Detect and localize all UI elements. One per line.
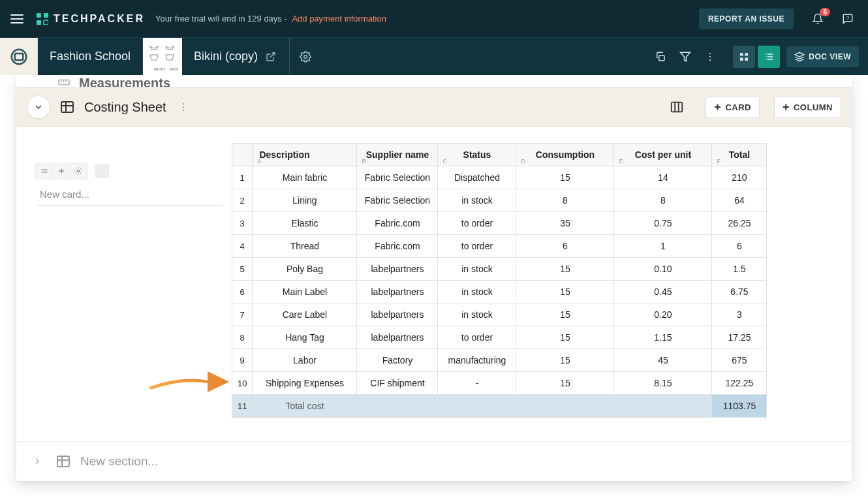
cell-consumption[interactable]: 6 (516, 235, 614, 258)
notifications-icon[interactable]: 6 (811, 12, 825, 26)
help-icon[interactable]: ? (841, 12, 855, 26)
list-view-icon[interactable] (758, 46, 780, 68)
col-cpu[interactable]: Cost per unitE (614, 144, 712, 166)
cell-status[interactable]: to order (438, 326, 516, 349)
cell-consumption[interactable]: 15 (516, 349, 614, 372)
cell-description[interactable]: Labor (253, 349, 357, 372)
cell-supplier[interactable]: labelpartners (357, 258, 438, 281)
table-row[interactable]: 7Care Labellabelpartnersin stock150.203 (232, 303, 767, 326)
table-row[interactable]: 9LaborFactorymanufacturing1545675 (232, 349, 767, 372)
cell-supplier[interactable]: Fabric Selection (357, 166, 438, 189)
cell-total[interactable]: 6.75 (712, 281, 767, 303)
collapse-button[interactable] (27, 95, 50, 119)
cell-consumption[interactable]: 35 (516, 212, 614, 235)
style-thumbnail[interactable]: FRONT BACK (143, 38, 182, 76)
col-consumption[interactable]: ConsumptionD (516, 144, 614, 166)
col-total[interactable]: TotalF (712, 144, 767, 166)
table-row[interactable]: 10Shipping ExpensesCIF shipment-158.1512… (232, 372, 767, 395)
cell-total[interactable]: 1.5 (712, 258, 767, 281)
add-row-icon[interactable] (54, 164, 69, 178)
cell-status[interactable]: in stock (438, 303, 516, 326)
card-color-chip[interactable] (95, 164, 109, 178)
cell-consumption[interactable]: 15 (516, 258, 614, 281)
table-row[interactable]: 5Poly Baglabelpartnersin stock150.101.5 (232, 258, 767, 281)
cell-supplier[interactable]: labelpartners (357, 303, 438, 326)
col-status[interactable]: StatusC (438, 144, 516, 166)
cell-consumption[interactable]: 15 (516, 372, 614, 395)
cell-status[interactable]: in stock (438, 258, 516, 281)
cell-status[interactable]: in stock (438, 281, 516, 303)
menu-icon[interactable] (8, 10, 26, 28)
cell-cpu[interactable]: 14 (614, 166, 712, 189)
cell-description[interactable]: Main fabric (253, 166, 357, 189)
table-row[interactable]: 3ElasticFabric.comto order350.7526.25 (232, 212, 767, 235)
workspace-icon-tile[interactable] (0, 38, 38, 75)
cell-status[interactable]: to order (438, 235, 516, 258)
new-card-input[interactable]: New card... (37, 183, 223, 206)
breadcrumb-workspace[interactable]: Fashion School (38, 38, 143, 75)
cell-cpu[interactable]: 0.10 (614, 258, 712, 281)
columns-icon[interactable] (668, 98, 686, 116)
cell-supplier[interactable]: Fabric.com (357, 212, 438, 235)
costing-table[interactable]: DescriptionA Supplier nameB StatusC Cons… (232, 143, 767, 418)
cell-supplier[interactable]: CIF shipment (357, 372, 438, 395)
cell-total[interactable]: 675 (712, 349, 767, 372)
drag-handle-icon[interactable] (37, 164, 52, 178)
cell-cpu[interactable]: 8 (614, 189, 712, 212)
cell-consumption[interactable]: 15 (516, 303, 614, 326)
cell-total[interactable]: 17.25 (712, 326, 767, 349)
table-row[interactable]: 2LiningFabric Selectionin stock8864 (232, 189, 767, 212)
col-supplier[interactable]: Supplier nameB (357, 144, 438, 166)
cell-total[interactable]: 64 (712, 189, 767, 212)
section-menu-icon[interactable] (176, 99, 191, 115)
cell-supplier[interactable]: Fabric Selection (357, 189, 438, 212)
table-row[interactable]: 6Main Labellabelpartnersin stock150.456.… (232, 281, 767, 303)
cell-total[interactable]: 26.25 (712, 212, 767, 235)
cell-cpu[interactable]: 0.75 (614, 212, 712, 235)
brand[interactable]: TECHPACKER (37, 13, 145, 25)
cell-supplier[interactable]: Factory (357, 349, 438, 372)
table-row[interactable]: 4ThreadFabric.comto order616 (232, 235, 767, 258)
cell-total[interactable]: 3 (712, 303, 767, 326)
copy-icon[interactable] (649, 46, 672, 68)
cell-description[interactable]: Care Label (253, 303, 357, 326)
cell-consumption[interactable]: 15 (516, 281, 614, 303)
cell-status[interactable]: to order (438, 212, 516, 235)
cell-supplier[interactable]: Fabric.com (357, 235, 438, 258)
col-description[interactable]: DescriptionA (253, 144, 357, 166)
add-card-button[interactable]: + CARD (705, 97, 760, 118)
chevron-right-icon[interactable] (28, 452, 46, 471)
more-icon[interactable] (699, 46, 721, 68)
cell-cpu[interactable]: 0.20 (614, 303, 712, 326)
cell-cpu[interactable]: 1.15 (614, 326, 712, 349)
cell-consumption[interactable]: 15 (516, 166, 614, 189)
cell-status[interactable]: Dispatched (438, 166, 516, 189)
settings-icon[interactable] (290, 38, 321, 75)
open-external-icon[interactable] (264, 50, 277, 63)
cell-status[interactable]: in stock (438, 189, 516, 212)
cell-status[interactable]: manufacturing (438, 349, 516, 372)
cell-description[interactable]: Lining (253, 189, 357, 212)
cell-description[interactable]: Shipping Expenses (253, 372, 357, 395)
cell-description[interactable]: Thread (253, 235, 357, 258)
cell-total[interactable]: 122.25 (712, 372, 767, 395)
cell-consumption[interactable]: 15 (516, 326, 614, 349)
cell-description[interactable]: Poly Bag (253, 258, 357, 281)
report-issue-button[interactable]: REPORT AN ISSUE (699, 8, 794, 29)
cell-cpu[interactable]: 0.45 (614, 281, 712, 303)
cell-status[interactable]: - (438, 372, 516, 395)
add-payment-link[interactable]: Add payment information (292, 14, 386, 23)
cell-supplier[interactable]: labelpartners (357, 281, 438, 303)
table-row[interactable]: 8Hang Taglabelpartnersto order151.1517.2… (232, 326, 767, 349)
new-section-input[interactable]: New section... (80, 454, 158, 469)
cell-cpu[interactable]: 45 (614, 349, 712, 372)
cell-description[interactable]: Elastic (253, 212, 357, 235)
cell-total[interactable]: 6 (712, 235, 767, 258)
row-settings-icon[interactable] (71, 164, 85, 178)
cell-description[interactable]: Hang Tag (253, 326, 357, 349)
cell-cpu[interactable]: 1 (614, 235, 712, 258)
filter-icon[interactable] (674, 46, 696, 68)
cell-description[interactable]: Main Label (253, 281, 357, 303)
add-column-button[interactable]: + COLUMN (774, 97, 841, 118)
cell-consumption[interactable]: 8 (516, 189, 614, 212)
